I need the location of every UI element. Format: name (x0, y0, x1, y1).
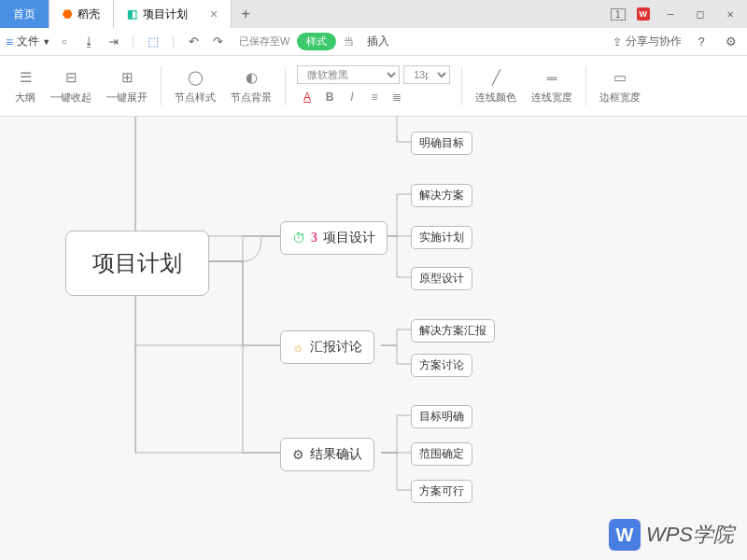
leaf-node[interactable]: 方案讨论 (411, 354, 472, 377)
leaf-node[interactable]: 解决方案汇报 (411, 319, 495, 343)
italic-button[interactable]: I (342, 88, 362, 106)
node-bg-button[interactable]: ◐ 节点背景 (223, 56, 279, 116)
insert-tab[interactable]: 插入 (367, 34, 389, 49)
bold-button[interactable]: B (319, 88, 340, 106)
leaf-node[interactable]: 原型设计 (411, 267, 472, 290)
separator (585, 66, 586, 105)
download-icon[interactable]: ⭳ (78, 32, 99, 52)
chevron-down-icon: ▼ (42, 37, 50, 47)
root-node[interactable]: 项目计划 (65, 231, 209, 296)
docshell-icon: ⬣ (63, 7, 72, 21)
redo-icon[interactable]: ↷ (207, 32, 228, 52)
branch-node-design[interactable]: ⏱ 3 项目设计 (280, 221, 388, 255)
separator (161, 66, 162, 105)
border-width-label: 边框宽度 (599, 91, 641, 105)
align-button[interactable]: ≡ (364, 88, 385, 106)
leaf-node[interactable]: 方案可行 (411, 480, 472, 503)
share-icon: ⇪ (613, 35, 622, 49)
file-menu-label: 文件 (17, 34, 39, 49)
undo-icon[interactable]: ↶ (183, 32, 204, 52)
settings-icon[interactable]: ⚙ (721, 32, 741, 52)
line-color-button[interactable]: ╱ 连线颜色 (468, 56, 524, 116)
tabbar-right: 1 W — □ ✕ (611, 0, 747, 28)
node-style-label: 节点样式 (175, 91, 216, 105)
mindmap-canvas[interactable]: 项目计划 明确目标 ⏱ 3 项目设计 解决方案 实施计划 原型设计 ☼ 汇报讨论… (0, 117, 747, 560)
tab-bar: 首页 ⬣ 稻壳 ◧ 项目计划 × + 1 W — □ ✕ (0, 0, 747, 28)
tab-home[interactable]: 首页 (0, 0, 49, 28)
expand-button[interactable]: ⊞ 一键展开 (99, 56, 155, 116)
line-width-label: 连线宽度 (531, 91, 572, 105)
line-color-label: 连线颜色 (475, 91, 516, 105)
tab-close-icon[interactable]: × (210, 7, 218, 21)
format-painter-icon[interactable]: ⬚ (143, 32, 163, 52)
expand-icon: ⊞ (117, 67, 137, 88)
tab-docshell-label: 稻壳 (78, 7, 100, 22)
separator (133, 35, 134, 49)
tab-active-label: 项目计划 (143, 7, 188, 22)
line-width-button[interactable]: ═ 连线宽度 (524, 56, 580, 116)
branch-label: 结果确认 (310, 446, 362, 463)
border-width-button[interactable]: ▭ 边框宽度 (592, 56, 648, 116)
branch-label: 项目设计 (323, 230, 375, 246)
window-minimize-button[interactable]: — (661, 7, 680, 21)
file-menu[interactable]: 文件 ▼ (17, 34, 50, 49)
style-tab[interactable]: 样式 (297, 33, 336, 50)
font-group: 微软雅黑 13px A B I ≡ ≣ (291, 65, 456, 106)
stopwatch-icon: ⏱ (292, 231, 305, 245)
branch-node-report[interactable]: ☼ 汇报讨论 (280, 330, 374, 364)
after-style-text: 当 (344, 35, 354, 49)
font-color-button[interactable]: A (297, 88, 317, 106)
outline-button[interactable]: ☰ 大纲 (7, 56, 43, 116)
wps-logo-icon: W (637, 7, 651, 21)
help-icon[interactable]: ? (691, 32, 712, 52)
tab-add-button[interactable]: + (232, 0, 260, 28)
window-close-button[interactable]: ✕ (721, 7, 740, 21)
node-style-button[interactable]: ◯ 节点样式 (167, 56, 223, 116)
collapse-icon: ⊟ (61, 67, 81, 88)
ribbon-bar: ☰ 大纲 ⊟ 一键收起 ⊞ 一键展开 ◯ 节点样式 ◐ 节点背景 微软雅黑 13… (0, 56, 747, 117)
export-icon[interactable]: ⇥ (103, 32, 123, 52)
expand-label: 一键展开 (106, 91, 148, 105)
watermark-text: WPS学院 (646, 521, 734, 549)
leaf-node[interactable]: 目标明确 (411, 405, 472, 428)
share-label: 分享与协作 (626, 34, 682, 49)
collapse-button[interactable]: ⊟ 一键收起 (43, 56, 99, 116)
separator (173, 35, 174, 49)
wps-logo-icon: W (609, 519, 641, 551)
share-button[interactable]: ⇪ 分享与协作 (613, 34, 682, 49)
more-align-button[interactable]: ≣ (387, 88, 407, 106)
outline-icon: ☰ (15, 67, 35, 88)
mindmap-icon: ◧ (127, 7, 137, 21)
leaf-node[interactable]: 范围确定 (411, 442, 472, 466)
window-maximize-button[interactable]: □ (691, 7, 710, 21)
line-width-icon: ═ (542, 67, 562, 88)
outline-label: 大纲 (15, 91, 35, 105)
main-toolbar: ≡ 文件 ▼ ▫ ⭳ ⇥ ⬚ ↶ ↷ 已保存至W 样式 当 插入 ⇪ 分享与协作… (0, 28, 747, 56)
gear-icon: ⚙ (292, 447, 304, 462)
node-bg-label: 节点背景 (231, 91, 272, 105)
font-size-select[interactable]: 13px (403, 65, 450, 84)
watermark: W WPS学院 (609, 519, 734, 551)
font-family-select[interactable]: 微软雅黑 (297, 65, 400, 84)
branch-node-confirm[interactable]: ⚙ 结果确认 (280, 438, 374, 471)
collapse-label: 一键收起 (50, 91, 92, 105)
separator (461, 66, 462, 105)
hamburger-icon[interactable]: ≡ (6, 35, 13, 49)
line-color-icon: ╱ (486, 67, 506, 88)
tab-active[interactable]: ◧ 项目计划 × (114, 0, 232, 28)
tab-docshell[interactable]: ⬣ 稻壳 (49, 0, 114, 28)
node-bg-icon: ◐ (241, 67, 261, 88)
leaf-node[interactable]: 明确目标 (411, 132, 472, 155)
leaf-node[interactable]: 解决方案 (411, 184, 472, 207)
window-badge[interactable]: 1 (611, 8, 626, 21)
leaf-node[interactable]: 实施计划 (411, 226, 472, 249)
lightbulb-icon: ☼ (292, 340, 304, 355)
separator (285, 66, 286, 105)
node-style-icon: ◯ (185, 67, 205, 88)
border-width-icon: ▭ (610, 67, 630, 88)
number-3-icon: 3 (311, 231, 317, 245)
save-icon[interactable]: ▫ (54, 32, 75, 52)
saved-status: 已保存至W (239, 35, 289, 49)
branch-label: 汇报讨论 (310, 339, 362, 356)
